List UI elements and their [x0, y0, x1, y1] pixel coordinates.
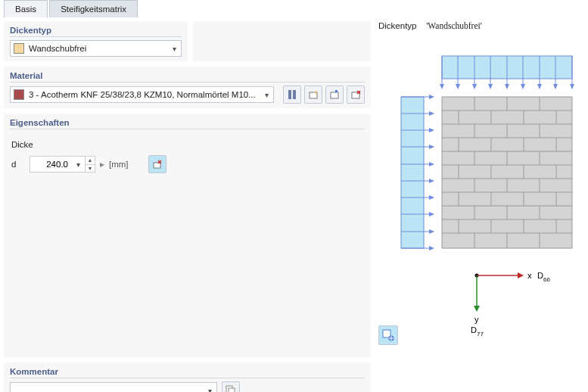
svg-text:D: D — [471, 325, 477, 334]
preview-svg: x y D66 D77 — [378, 33, 583, 344]
preview-value: 'Wandschubfrei' — [426, 21, 481, 30]
kommentar-apply-button[interactable] — [222, 381, 240, 392]
svg-text:D: D — [537, 271, 543, 280]
svg-marker-20 — [488, 84, 493, 89]
svg-marker-22 — [521, 84, 525, 89]
material-edit-button[interactable] — [325, 86, 344, 104]
svg-marker-23 — [537, 84, 542, 89]
preview-settings-button[interactable] — [378, 325, 398, 345]
kommentar-header: Kommentar — [10, 367, 365, 378]
svg-text:y: y — [474, 315, 479, 324]
eigenschaften-header: Eigenschaften — [10, 118, 365, 129]
wall-icon — [442, 97, 572, 248]
reset-icon — [152, 159, 163, 170]
chevron-down-icon: ▾ — [204, 387, 215, 393]
svg-rect-4 — [154, 163, 160, 168]
material-select-value: 3 - Acotherm KNF 25/38/23,8 KZM10, Norma… — [29, 90, 261, 99]
material-card: Material 3 - Acotherm KNF 25/38/23,8 KZM… — [4, 67, 371, 108]
svg-text:x: x — [527, 271, 532, 280]
svg-marker-38 — [429, 111, 434, 116]
material-swatch-icon — [14, 89, 24, 100]
book-icon — [287, 89, 297, 100]
svg-marker-41 — [429, 162, 434, 166]
preview-panel: Dickentyp 'Wandschubfrei' — [378, 21, 583, 345]
dickentyp-swatch-icon — [14, 43, 24, 54]
chevron-down-icon: ▾ — [261, 91, 272, 99]
material-delete-button[interactable] — [347, 86, 365, 104]
kommentar-select[interactable]: ▾ — [10, 382, 217, 392]
svg-text:66: 66 — [543, 276, 550, 283]
new-icon — [308, 89, 319, 100]
dicke-symbol: d — [11, 160, 25, 169]
tab-basis[interactable]: Basis — [4, 0, 48, 17]
dickentyp-card: Dickentyp Wandschubfrei ▾ — [4, 21, 188, 61]
step-down-icon[interactable]: ▼ — [86, 164, 95, 173]
svg-marker-98 — [518, 272, 524, 278]
svg-marker-25 — [570, 84, 574, 89]
copy-icon — [226, 385, 236, 392]
svg-marker-43 — [429, 195, 434, 200]
dickentyp-header: Dickentyp — [10, 26, 182, 37]
dicke-reset-button[interactable] — [148, 155, 166, 173]
svg-rect-26 — [401, 97, 424, 248]
dickentyp-select[interactable]: Wandschubfrei ▾ — [10, 40, 182, 57]
material-select[interactable]: 3 - Acotherm KNF 25/38/23,8 KZM10, Norma… — [10, 86, 274, 103]
dickentyp-select-value: Wandschubfrei — [29, 44, 169, 53]
svg-text:77: 77 — [477, 331, 484, 338]
svg-marker-37 — [429, 95, 434, 99]
chevron-down-icon[interactable]: ▾ — [71, 160, 85, 169]
empty-card — [193, 21, 371, 61]
svg-rect-6 — [229, 388, 235, 392]
svg-marker-46 — [429, 246, 434, 250]
svg-marker-39 — [429, 128, 434, 132]
svg-marker-19 — [472, 84, 477, 89]
chevron-down-icon: ▾ — [169, 45, 179, 53]
tabs: Basis Steifigkeitsmatrix — [4, 0, 139, 17]
dicke-unit: [mm] — [109, 160, 129, 169]
tab-steifigkeitsmatrix[interactable]: Steifigkeitsmatrix — [49, 0, 138, 17]
edit-icon — [329, 89, 340, 100]
kommentar-card: Kommentar ▾ — [4, 362, 371, 392]
material-library-button[interactable] — [283, 86, 301, 104]
preview-settings-icon — [382, 329, 394, 341]
svg-marker-21 — [505, 84, 509, 89]
material-header: Material — [10, 71, 365, 82]
axes-icon: x y D66 D77 — [471, 271, 550, 338]
svg-rect-107 — [383, 330, 390, 338]
svg-rect-1 — [331, 92, 338, 98]
svg-marker-44 — [429, 212, 434, 216]
preview-label: Dickentyp — [378, 21, 417, 30]
svg-marker-42 — [429, 179, 434, 183]
dicke-spinner[interactable]: ▾ ▲ ▼ — [30, 156, 95, 173]
svg-rect-2 — [335, 90, 338, 92]
svg-marker-45 — [429, 229, 434, 234]
material-new-button[interactable] — [304, 86, 322, 104]
dicke-input[interactable] — [30, 160, 71, 169]
material-toolbar — [283, 86, 365, 104]
svg-rect-47 — [442, 97, 572, 248]
svg-marker-24 — [553, 84, 558, 89]
svg-marker-100 — [474, 306, 480, 312]
dicke-label: Dicke — [11, 140, 365, 149]
svg-marker-18 — [456, 84, 460, 89]
delete-icon — [350, 89, 361, 100]
svg-marker-40 — [429, 145, 434, 149]
svg-marker-17 — [440, 84, 444, 89]
eigenschaften-card: Eigenschaften Dicke d ▾ ▲ ▼ ▸ [mm] — [4, 114, 371, 357]
step-up-icon[interactable]: ▲ — [86, 157, 95, 164]
step-right-icon[interactable]: ▸ — [100, 159, 104, 170]
